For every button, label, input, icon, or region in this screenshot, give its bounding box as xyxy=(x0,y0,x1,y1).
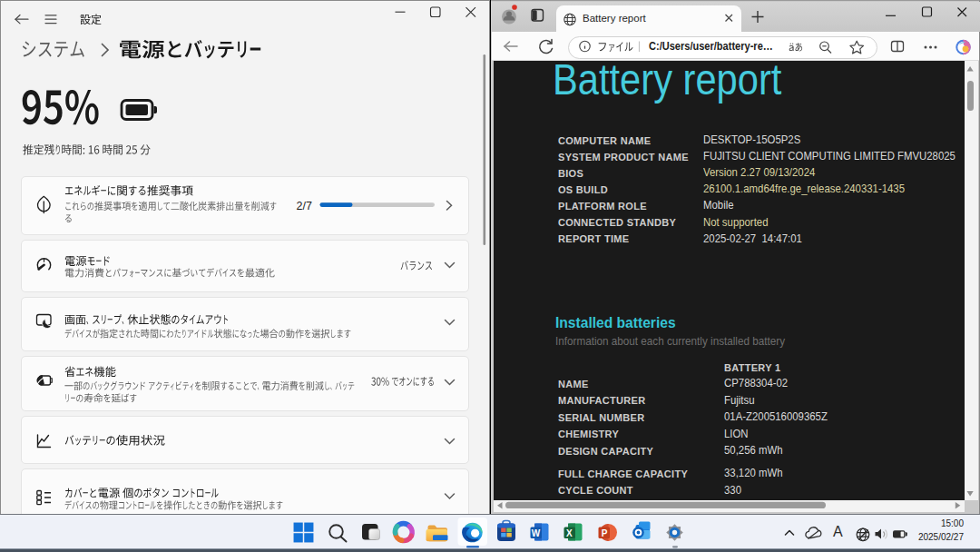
svg-text:P: P xyxy=(602,528,608,538)
svg-text:W: W xyxy=(532,528,541,538)
svg-text:2/7: 2/7 xyxy=(297,200,312,212)
svg-text:X: X xyxy=(566,528,573,538)
